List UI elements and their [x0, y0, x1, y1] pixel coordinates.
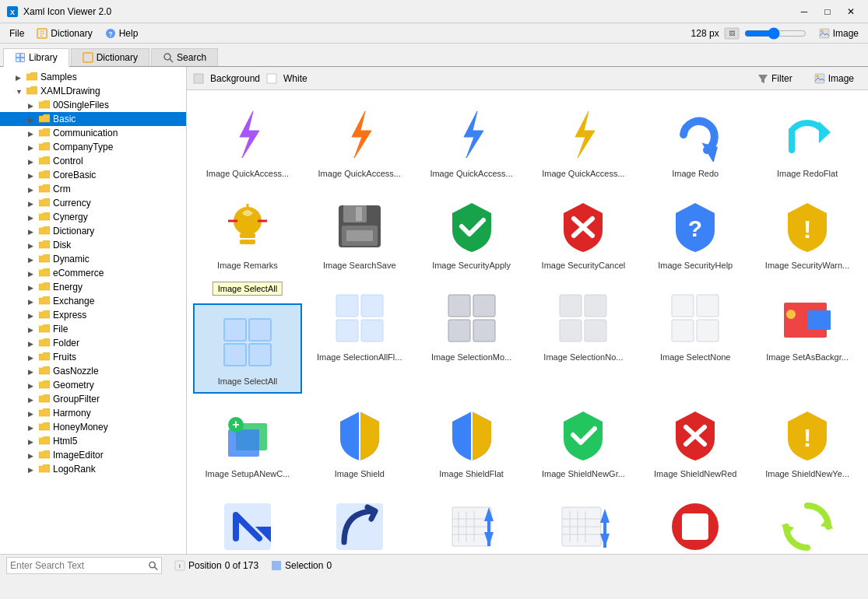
close-button[interactable]: ✕	[840, 2, 862, 21]
icon-cell-setasbkgr[interactable]: Image SetAsBackgr...	[753, 280, 862, 394]
minimize-button[interactable]: ─	[793, 2, 815, 21]
sidebar-item-xamldrawing[interactable]: ▼XAMLDrawing	[0, 84, 186, 98]
icon-cell-redo[interactable]: Image Redo	[641, 96, 750, 185]
tab-library[interactable]: Library	[3, 48, 69, 67]
icon-cell-searchsave[interactable]: Image SearchSave	[305, 188, 414, 277]
sidebar-item-groupfilter[interactable]: ▶GroupFilter	[0, 392, 186, 406]
icon-cell-sync[interactable]: Image Sync	[753, 489, 862, 554]
sidebar-item-exchange[interactable]: ▶Exchange	[0, 294, 186, 308]
sidebar-item-honeymoney[interactable]: ▶HoneyMoney	[0, 420, 186, 434]
sidebar-item-folder[interactable]: ▶Folder	[0, 336, 186, 350]
sidebar-item-gasnozzle[interactable]: ▶GasNozzle	[0, 364, 186, 378]
sidebar-item-logorank[interactable]: ▶LogoRank	[0, 462, 186, 476]
folder-icon: ▶	[28, 381, 36, 389]
image-view-button[interactable]: Image	[807, 71, 862, 86]
sidebar-item-label: Express	[53, 310, 86, 321]
icon-cell-quickaccess2[interactable]: Image QuickAccess...	[305, 96, 414, 185]
icon-cell-selectionmo[interactable]: Image SelectionMo...	[417, 280, 526, 394]
sidebar-item-corebasic[interactable]: ▶CoreBasic	[0, 168, 186, 182]
sidebar-item-html5[interactable]: ▶Html5	[0, 434, 186, 448]
icon-cell-selectallfl[interactable]: Image SelectionAllFl...	[305, 280, 414, 394]
sidebar-item-currency[interactable]: ▶Currency	[0, 196, 186, 210]
sidebar-item-energy[interactable]: ▶Energy	[0, 280, 186, 294]
folder-icon: ▶	[28, 143, 36, 151]
icon-cell-stopcirclered[interactable]: Image StopCircleRed	[641, 489, 750, 554]
folder-icon: ▶	[28, 325, 36, 333]
icon-cell-selectionno[interactable]: Image SelectionNo...	[529, 280, 638, 394]
menu-image-toggle[interactable]: Image	[813, 26, 865, 41]
icon-cell-shieldnewred[interactable]: Image ShieldNewRed	[641, 397, 750, 485]
sidebar-item-cynergy[interactable]: ▶Cynergy	[0, 210, 186, 224]
icon-cell-shortcutnew[interactable]: Image ShortCutNew	[305, 489, 414, 554]
svg-text:🖼: 🖼	[729, 30, 735, 37]
tab-search[interactable]: Search	[151, 48, 218, 66]
icon-image-shieldnewgr	[552, 404, 614, 466]
icon-cell-securityhelp[interactable]: ? Image SecurityHelp	[641, 188, 750, 277]
svg-text:▶: ▶	[28, 214, 33, 221]
sidebar-item-label: Communication	[53, 128, 118, 138]
sidebar-item-crm[interactable]: ▶Crm	[0, 182, 186, 196]
menu-dictionary[interactable]: Dictionary	[30, 26, 98, 41]
sidebar-item-label: Exchange	[53, 296, 94, 307]
tab-dictionary[interactable]: Dictionary	[71, 48, 149, 66]
filter-button[interactable]: Filter	[750, 71, 800, 86]
icon-cell-shieldnewgr[interactable]: Image ShieldNewGr...	[529, 397, 638, 485]
icon-cell-shield[interactable]: Image Shield	[305, 397, 414, 485]
menu-help[interactable]: ? Help	[99, 26, 145, 41]
search-input[interactable]	[10, 560, 148, 571]
folder-yellow-icon	[39, 422, 50, 432]
white-label: White	[283, 73, 307, 84]
svg-text:▶: ▶	[28, 452, 33, 459]
icon-cell-securitycancel[interactable]: Image SecurityCancel	[529, 188, 638, 277]
svg-rect-83	[361, 320, 383, 342]
icon-cell-selectall[interactable]: Image SelectAllImage SelectAll	[193, 303, 302, 394]
icon-image-stopcirclered	[664, 496, 726, 554]
svg-marker-54	[240, 111, 259, 158]
icon-cell-redoflat[interactable]: Image RedoFlat	[753, 96, 862, 185]
sidebar-item-fruits[interactable]: ▶Fruits	[0, 350, 186, 364]
sidebar-item-00singlefiles[interactable]: ▶00SingleFiles	[0, 98, 186, 112]
sidebar-item-samples[interactable]: ▶Samples	[0, 70, 186, 84]
sidebar-item-disk[interactable]: ▶Disk	[0, 238, 186, 252]
icon-label-selectall: Image SelectAll	[218, 377, 277, 386]
sidebar-item-file[interactable]: ▶File	[0, 322, 186, 336]
icon-cell-shieldnewye[interactable]: ! Image ShieldNewYe...	[753, 397, 862, 485]
icon-cell-quickaccess1[interactable]: Image QuickAccess...	[193, 96, 302, 185]
maximize-button[interactable]: □	[817, 2, 838, 21]
sidebar-item-harmony[interactable]: ▶Harmony	[0, 406, 186, 420]
icon-cell-sortw10[interactable]: Image SortW10	[529, 489, 638, 554]
svg-text:?: ?	[108, 30, 113, 38]
sidebar-item-express[interactable]: ▶Express	[0, 308, 186, 322]
sidebar-item-label: Energy	[53, 282, 83, 292]
sidebar-item-ecommerce[interactable]: ▶eCommerce	[0, 266, 186, 280]
svg-text:▶: ▶	[28, 396, 33, 403]
search-box[interactable]	[6, 557, 162, 574]
icon-cell-sortby[interactable]: Image SortBy	[417, 489, 526, 554]
sidebar-item-dictionary[interactable]: ▶Dictionary	[0, 224, 186, 238]
sidebar-item-companytype[interactable]: ▶CompanyType	[0, 140, 186, 154]
sidebar-item-geometry[interactable]: ▶Geometry	[0, 378, 186, 392]
svg-rect-49	[194, 74, 203, 83]
folder-icon: ▶	[28, 367, 36, 375]
icon-cell-securityapply[interactable]: Image SecurityApply	[417, 188, 526, 277]
icon-cell-quickaccess3[interactable]: Image QuickAccess...	[417, 96, 526, 185]
icon-cell-shieldflat[interactable]: Image ShieldFlat	[417, 397, 526, 485]
sidebar-item-basic[interactable]: ▶Basic	[0, 112, 186, 126]
icon-cell-setupanewc[interactable]: + Image SetupANewC...	[193, 397, 302, 485]
icon-cell-shortcut[interactable]: Image ShortCut	[193, 489, 302, 554]
sidebar-item-control[interactable]: ▶Control	[0, 154, 186, 168]
sidebar-item-dynamic[interactable]: ▶Dynamic	[0, 252, 186, 266]
icon-cell-securitywarn[interactable]: ! Image SecurityWarn...	[753, 188, 862, 277]
sidebar-item-imageeditor[interactable]: ▶ImageEditor	[0, 448, 186, 462]
size-slider[interactable]	[744, 27, 807, 40]
sidebar-item-communication[interactable]: ▶Communication	[0, 126, 186, 140]
icon-cell-selectnone[interactable]: Image SelectNone	[641, 280, 750, 394]
icon-cell-quickaccess4[interactable]: Image QuickAccess...	[529, 96, 638, 185]
folder-yellow-icon	[39, 100, 50, 110]
icon-label-setasbkgr: Image SetAsBackgr...	[766, 352, 849, 362]
folder-yellow-icon	[39, 254, 50, 264]
folder-icon: ▶	[28, 269, 36, 277]
menu-file[interactable]: File	[3, 26, 30, 41]
sidebar-tree: ▶Samples▼XAMLDrawing▶00SingleFiles▶Basic…	[0, 67, 186, 554]
icon-cell-remarks[interactable]: Image Remarks	[193, 188, 302, 277]
